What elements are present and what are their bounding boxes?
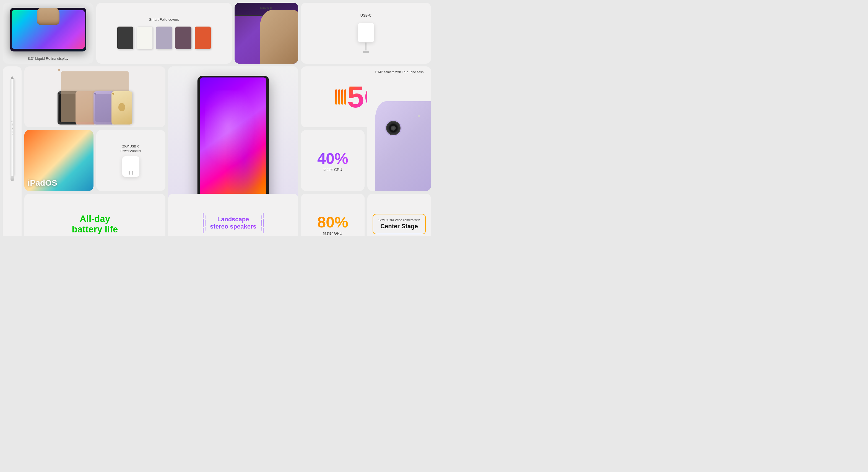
touchid-card: Touch ID	[235, 3, 298, 64]
ipad-pink	[75, 91, 96, 124]
pencil-cap	[10, 176, 14, 181]
display-label: 8.3" Liquid Retina display	[3, 56, 93, 61]
left-waves	[203, 213, 206, 233]
gpu-percent: 80%	[317, 213, 348, 231]
usbc-brick	[358, 23, 374, 42]
ipad-camera-corner	[375, 101, 431, 191]
swatch-orange	[195, 27, 211, 49]
pencil-illustration: Apple Pencil	[10, 76, 14, 236]
wave-group-r2	[261, 215, 262, 231]
swatch-white	[137, 27, 153, 49]
prong-left	[129, 171, 130, 175]
battery-text: All-day battery life	[72, 214, 118, 235]
stereo-content: Landscape stereo speakers	[203, 213, 264, 233]
swatch-black	[117, 27, 133, 49]
wave-group-l2	[205, 215, 206, 231]
stereo-line1: Landscape	[210, 216, 256, 223]
ipad-lineup	[55, 66, 135, 127]
finger	[260, 10, 298, 64]
center-stage-title: Center Stage	[378, 223, 420, 230]
stereo-card: Landscape stereo speakers	[168, 194, 298, 236]
usbc-cable-wire	[365, 42, 367, 51]
ipad-display-illustration	[10, 8, 86, 52]
pencil-tip	[10, 76, 14, 79]
gpu-label: faster GPU	[323, 231, 342, 235]
center-stage-pre: 12MP Ultra Wide camera with	[378, 218, 420, 222]
swatch-lavender	[156, 27, 172, 49]
touchid-label: Touch ID	[259, 6, 273, 10]
ipad-purple	[93, 91, 114, 124]
camera-label: 12MP camera with True Tone flash	[367, 66, 431, 76]
folio-swatches	[117, 27, 211, 49]
folio-title: Smart Folio covers	[149, 18, 179, 22]
adapter-label: 20W USB-C Power Adapter	[120, 144, 141, 153]
stereo-line2: stereo speakers	[210, 223, 256, 230]
wave-group-r	[263, 213, 264, 233]
camera-card: 12MP camera with True Tone flash	[367, 66, 431, 191]
ipados-bg: iPadOS	[24, 130, 93, 191]
center-stage-card: 12MP Ultra Wide camera with Center Stage	[367, 194, 431, 236]
ipad-gold	[112, 91, 132, 124]
camera-lens	[386, 121, 401, 135]
gpu-card: 80% faster GPU	[301, 194, 365, 236]
adapter-card: 20W USB-C Power Adapter	[96, 130, 165, 191]
ipad-colors-card	[24, 66, 165, 127]
prong-right	[132, 171, 133, 175]
camera-flash	[418, 115, 420, 117]
pencil-brand-text: Apple Pencil	[11, 120, 13, 135]
usbc-card: USB-C	[301, 3, 431, 64]
stereo-text-block: Landscape stereo speakers	[210, 216, 256, 230]
right-waves	[261, 213, 264, 233]
cpu-percent: 40%	[317, 149, 348, 167]
usbc-illustration	[358, 23, 374, 53]
ipados-text: iPadOS	[28, 178, 57, 187]
signal-bars-left	[335, 89, 346, 105]
usbc-label: USB-C	[361, 13, 371, 18]
cpu-label: faster CPU	[323, 167, 342, 172]
swatch-dark	[175, 27, 191, 49]
battery-card: All-day battery life	[24, 194, 165, 236]
usbc-connector	[363, 51, 369, 53]
pencil-body: Apple Pencil	[10, 79, 14, 176]
pencil-card: Apple Pencil	[3, 66, 22, 236]
ipados-card: iPadOS	[24, 130, 93, 191]
wave-group-l	[203, 213, 204, 233]
adapter-prongs	[129, 171, 133, 175]
display-label-text: 8.3" Liquid Retina display	[28, 56, 68, 61]
folio-card: Smart Folio covers	[96, 3, 232, 64]
display-card: 8.3" Liquid Retina display	[3, 3, 93, 64]
center-stage-border: 12MP Ultra Wide camera with Center Stage	[373, 214, 426, 234]
adapter-body	[122, 156, 140, 177]
cpu-card: 40% faster CPU	[301, 130, 365, 191]
screen-effect	[205, 90, 262, 208]
